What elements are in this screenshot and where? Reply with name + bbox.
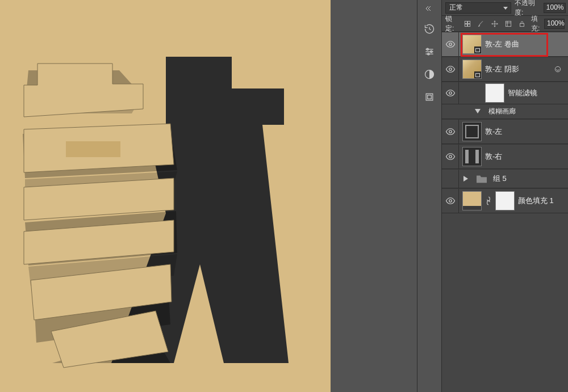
svg-rect-25 [506,21,511,26]
blend-mode-value: 正常 [449,3,463,12]
visibility-toggle[interactable] [445,151,456,162]
fill-field[interactable]: 100% [544,19,565,29]
svg-marker-31 [475,109,481,113]
svg-rect-26 [520,23,524,26]
svg-point-30 [449,92,452,95]
artwork [0,0,331,392]
opacity-field[interactable]: 100% [544,3,566,13]
svg-marker-34 [463,176,468,182]
layer-thumbnail[interactable] [462,147,482,166]
layer-row[interactable]: 敦-左 卷曲 [442,32,568,57]
lock-brush-icon[interactable] [475,18,487,29]
layer-name[interactable]: 组 5 [493,174,565,184]
lock-bar: 锁定: 填充: [442,16,568,32]
svg-rect-19 [426,94,433,100]
blend-mode-select[interactable]: 正常 [445,2,511,14]
layer-name[interactable]: 敦-右 [485,151,565,162]
collapsed-panels-strip [417,0,442,392]
svg-rect-20 [428,95,432,99]
svg-point-28 [449,68,452,71]
layer-name[interactable]: 敦-左 [485,127,565,137]
svg-rect-10 [66,141,120,157]
visibility-toggle[interactable] [445,88,456,98]
layer-name[interactable]: 敦-左 卷曲 [485,39,565,49]
layer-group-row[interactable]: 组 5 [442,169,568,188]
layers-list[interactable]: 敦-左 卷曲 敦-左 阴影 智能滤镜 [442,32,568,392]
layer-row[interactable]: 敦-左 [442,119,568,144]
visibility-toggle[interactable] [445,127,456,137]
svg-point-33 [449,155,452,158]
filter-name[interactable]: 模糊画廊 [488,107,565,116]
lock-label: 锁定: [445,14,458,33]
lock-pixels-icon[interactable] [462,18,473,29]
lock-frame-icon[interactable] [503,18,514,29]
layer-thumbnail[interactable] [462,35,482,54]
group-icon [474,172,490,186]
fill-label: 填充: [531,14,543,33]
layer-thumbnail[interactable] [462,122,482,141]
twisty-icon[interactable] [474,108,482,116]
svg-rect-22 [468,21,470,23]
svg-point-29 [555,66,560,71]
canvas-area[interactable] [0,0,417,392]
layer-row[interactable]: 敦-左 阴影 [442,57,568,82]
filter-item-row[interactable]: 模糊画廊 [442,104,568,119]
link-icon[interactable] [485,195,492,207]
svg-point-32 [449,130,452,133]
svg-point-27 [449,43,452,46]
artboard-icon[interactable] [421,88,438,106]
adjustments-icon[interactable] [421,43,438,60]
lock-all-icon[interactable] [516,18,528,29]
svg-rect-23 [465,24,467,26]
collapse-left-icon[interactable] [423,2,436,15]
smart-filters-row[interactable]: 智能滤镜 [442,82,568,104]
history-icon[interactable] [421,20,438,37]
document-canvas[interactable] [0,0,331,392]
svg-marker-8 [24,64,143,117]
svg-rect-24 [468,24,470,26]
layer-name[interactable]: 敦-左 阴影 [485,64,548,74]
svg-rect-21 [465,21,467,23]
mask-thumbnail[interactable] [495,191,515,210]
visibility-toggle[interactable] [445,174,456,184]
filter-toggle-icon[interactable] [551,62,565,76]
visibility-toggle[interactable] [445,196,456,206]
opacity-value: 100% [546,3,564,11]
filter-mask-thumbnail[interactable] [485,83,504,103]
app-root: 正常 不透明度: 100% 锁定: [0,0,568,392]
lock-move-icon[interactable] [489,18,500,29]
layer-row[interactable]: 敦-右 [442,144,568,169]
svg-point-35 [449,200,452,203]
layer-thumbnail[interactable] [462,60,482,79]
visibility-toggle[interactable] [445,39,456,49]
visibility-toggle[interactable] [445,64,456,74]
layer-row[interactable]: 颜色填充 1 [442,188,568,213]
fill-value: 100% [547,19,565,27]
layers-panel: 正常 不透明度: 100% 锁定: [442,0,568,392]
fill-thumbnail[interactable] [462,191,482,210]
twisty-icon[interactable] [462,175,470,183]
smart-filters-label: 智能滤镜 [508,88,565,98]
layer-name[interactable]: 颜色填充 1 [518,196,565,206]
contrast-icon[interactable] [421,66,438,83]
